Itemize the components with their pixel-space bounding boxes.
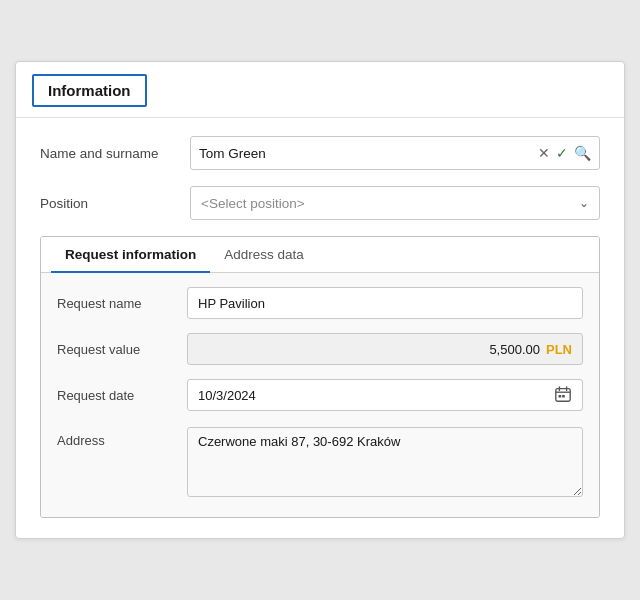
svg-rect-4 bbox=[559, 394, 562, 397]
tab-content: Request name Request value 5,500.00 PLN … bbox=[41, 273, 599, 517]
request-name-row: Request name bbox=[57, 287, 583, 319]
request-value-label: Request value bbox=[57, 342, 187, 357]
request-value-row: Request value 5,500.00 PLN bbox=[57, 333, 583, 365]
request-date-input[interactable]: 10/3/2024 bbox=[187, 379, 583, 411]
name-search-icon[interactable]: 🔍 bbox=[574, 145, 591, 161]
name-check-icon[interactable]: ✓ bbox=[556, 145, 568, 161]
main-card: Information Name and surname Tom Green ✕… bbox=[15, 61, 625, 539]
position-select[interactable]: <Select position> ⌄ bbox=[190, 186, 600, 220]
request-date-label: Request date bbox=[57, 388, 187, 403]
calendar-icon[interactable] bbox=[554, 385, 572, 406]
name-value: Tom Green bbox=[199, 146, 532, 161]
tab-address-data[interactable]: Address data bbox=[210, 237, 318, 272]
name-row: Name and surname Tom Green ✕ ✓ 🔍 bbox=[40, 136, 600, 170]
name-label: Name and surname bbox=[40, 146, 190, 161]
address-control: Czerwone maki 87, 30-692 Kraków bbox=[187, 427, 583, 501]
card-title: Information bbox=[32, 74, 147, 107]
position-control: <Select position> ⌄ bbox=[190, 186, 600, 220]
address-label: Address bbox=[57, 427, 187, 448]
position-value: <Select position> bbox=[201, 196, 579, 211]
request-date-value: 10/3/2024 bbox=[198, 388, 554, 403]
form-body: Name and surname Tom Green ✕ ✓ 🔍 Positio… bbox=[16, 118, 624, 220]
chevron-down-icon: ⌄ bbox=[579, 196, 589, 210]
request-value-input[interactable]: 5,500.00 PLN bbox=[187, 333, 583, 365]
request-amount: 5,500.00 bbox=[489, 342, 540, 357]
request-date-row: Request date 10/3/2024 bbox=[57, 379, 583, 411]
address-row: Address Czerwone maki 87, 30-692 Kraków bbox=[57, 425, 583, 501]
position-row: Position <Select position> ⌄ bbox=[40, 186, 600, 220]
name-clear-icon[interactable]: ✕ bbox=[538, 145, 550, 161]
name-control: Tom Green ✕ ✓ 🔍 bbox=[190, 136, 600, 170]
request-date-control: 10/3/2024 bbox=[187, 379, 583, 411]
position-label: Position bbox=[40, 196, 190, 211]
tab-bar: Request information Address data bbox=[41, 237, 599, 273]
card-header: Information bbox=[16, 62, 624, 118]
request-currency: PLN bbox=[546, 342, 572, 357]
request-value-control: 5,500.00 PLN bbox=[187, 333, 583, 365]
name-input-wrap[interactable]: Tom Green ✕ ✓ 🔍 bbox=[190, 136, 600, 170]
svg-rect-5 bbox=[562, 394, 565, 397]
address-textarea[interactable]: Czerwone maki 87, 30-692 Kraków bbox=[187, 427, 583, 497]
request-name-input[interactable] bbox=[187, 287, 583, 319]
request-name-control bbox=[187, 287, 583, 319]
tab-section: Request information Address data Request… bbox=[40, 236, 600, 518]
tab-request-information[interactable]: Request information bbox=[51, 237, 210, 272]
request-name-label: Request name bbox=[57, 296, 187, 311]
